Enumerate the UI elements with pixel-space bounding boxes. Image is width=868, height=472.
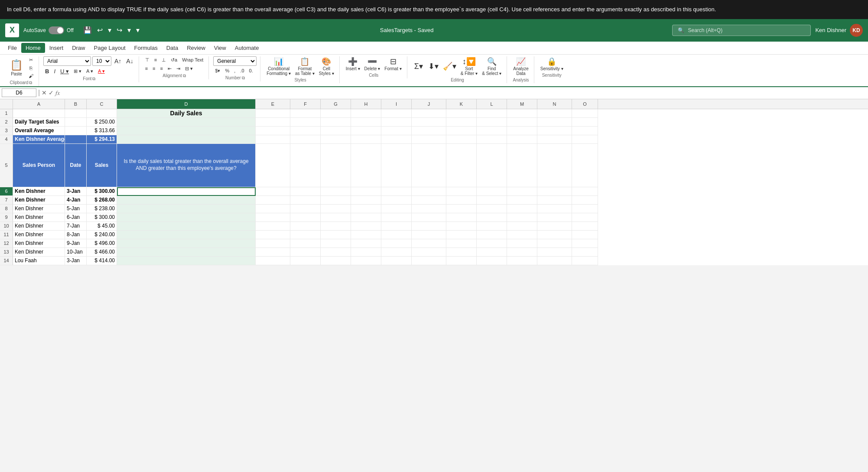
cell-k12[interactable] xyxy=(446,239,477,248)
menu-home[interactable]: Home xyxy=(21,43,45,53)
cell-a13[interactable]: Ken Dishner xyxy=(13,248,65,257)
sum-button[interactable]: Σ▾ xyxy=(412,61,426,72)
cell-n10[interactable] xyxy=(537,222,572,231)
redo-button[interactable]: ↪ xyxy=(115,25,124,35)
cell-j2[interactable] xyxy=(412,118,446,127)
cell-o4[interactable] xyxy=(572,135,598,144)
save-button[interactable]: 💾 xyxy=(81,25,94,35)
cell-h12[interactable] xyxy=(351,239,381,248)
cell-j12[interactable] xyxy=(412,239,446,248)
cell-l7[interactable] xyxy=(477,196,507,205)
bold-button[interactable]: B xyxy=(43,67,51,75)
cell-a11[interactable]: Ken Dishner xyxy=(13,231,65,239)
cell-b11[interactable]: 8-Jan xyxy=(65,231,87,239)
cell-e12[interactable] xyxy=(256,239,290,248)
menu-review[interactable]: Review xyxy=(182,43,210,53)
cell-g14[interactable] xyxy=(321,257,351,265)
cell-e14[interactable] xyxy=(256,257,290,265)
cell-o2[interactable] xyxy=(572,118,598,127)
cell-k3[interactable] xyxy=(446,127,477,135)
copy-button[interactable]: ⎘ xyxy=(27,65,35,72)
cell-g12[interactable] xyxy=(321,239,351,248)
cell-g1[interactable] xyxy=(321,109,351,118)
cell-a1[interactable] xyxy=(13,109,65,118)
cell-c14[interactable]: $ 414.00 xyxy=(87,257,117,265)
autosave-toggle[interactable] xyxy=(49,26,64,34)
cell-d8[interactable] xyxy=(117,205,256,213)
cell-l9[interactable] xyxy=(477,213,507,222)
cell-j8[interactable] xyxy=(412,205,446,213)
cell-i12[interactable] xyxy=(381,239,412,248)
cell-c12[interactable]: $ 496.00 xyxy=(87,239,117,248)
fill-button[interactable]: ⬇▾ xyxy=(426,61,440,72)
cell-f1[interactable] xyxy=(290,109,321,118)
cell-reference-input[interactable] xyxy=(2,88,36,97)
decrease-decimal-button[interactable]: 0. xyxy=(247,67,255,74)
cell-o9[interactable] xyxy=(572,213,598,222)
cell-g11[interactable] xyxy=(321,231,351,239)
cell-n11[interactable] xyxy=(537,231,572,239)
cell-g13[interactable] xyxy=(321,248,351,257)
cell-i7[interactable] xyxy=(381,196,412,205)
cell-i1[interactable] xyxy=(381,109,412,118)
col-header-h[interactable]: H xyxy=(351,99,381,109)
cell-g3[interactable] xyxy=(321,127,351,135)
confirm-formula-button[interactable]: ✓ xyxy=(49,89,54,97)
find-select-button[interactable]: 🔍 Find& Select ▾ xyxy=(480,56,503,77)
cell-h9[interactable] xyxy=(351,213,381,222)
cell-i4[interactable] xyxy=(381,135,412,144)
cell-o7[interactable] xyxy=(572,196,598,205)
cell-j4[interactable] xyxy=(412,135,446,144)
cell-j5[interactable] xyxy=(412,144,446,187)
cell-k4[interactable] xyxy=(446,135,477,144)
cell-o14[interactable] xyxy=(572,257,598,265)
menu-insert[interactable]: Insert xyxy=(45,43,68,53)
cell-h6[interactable] xyxy=(351,187,381,196)
cell-k11[interactable] xyxy=(446,231,477,239)
insert-function-button[interactable]: 𝑓𝑥 xyxy=(55,89,60,97)
col-header-a[interactable]: A xyxy=(13,99,65,109)
format-as-table-button[interactable]: 📋 Formatas Table ▾ xyxy=(293,56,316,77)
cell-m3[interactable] xyxy=(507,127,537,135)
undo-button[interactable]: ↩ xyxy=(95,25,104,35)
cell-f14[interactable] xyxy=(290,257,321,265)
menu-file[interactable]: File xyxy=(3,43,21,53)
fill-color-button[interactable]: A ▾ xyxy=(85,68,95,75)
cell-f8[interactable] xyxy=(290,205,321,213)
cell-n14[interactable] xyxy=(537,257,572,265)
cell-f5[interactable] xyxy=(290,144,321,187)
cell-g5[interactable] xyxy=(321,144,351,187)
cell-g4[interactable] xyxy=(321,135,351,144)
cell-c8[interactable]: $ 238.00 xyxy=(87,205,117,213)
cell-m10[interactable] xyxy=(507,222,537,231)
cell-k5[interactable] xyxy=(446,144,477,187)
cell-e13[interactable] xyxy=(256,248,290,257)
number-format-select[interactable]: General xyxy=(213,56,257,66)
cell-d5[interactable]: Is the daily sales total greater than th… xyxy=(117,144,256,187)
cell-o12[interactable] xyxy=(572,239,598,248)
cell-j9[interactable] xyxy=(412,213,446,222)
cell-f4[interactable] xyxy=(290,135,321,144)
cell-f10[interactable] xyxy=(290,222,321,231)
menu-data[interactable]: Data xyxy=(162,43,182,53)
align-bottom-button[interactable]: ⊥ xyxy=(160,56,168,64)
col-header-g[interactable]: G xyxy=(321,99,351,109)
cell-j3[interactable] xyxy=(412,127,446,135)
cell-m7[interactable] xyxy=(507,196,537,205)
cell-d6[interactable] xyxy=(117,187,256,196)
col-header-k[interactable]: K xyxy=(446,99,477,109)
cell-l11[interactable] xyxy=(477,231,507,239)
align-center-button[interactable]: ≡ xyxy=(151,65,157,72)
cell-k14[interactable] xyxy=(446,257,477,265)
cell-h1[interactable] xyxy=(351,109,381,118)
cell-o3[interactable] xyxy=(572,127,598,135)
cell-n6[interactable] xyxy=(537,187,572,196)
menu-automate[interactable]: Automate xyxy=(231,43,263,53)
cell-e8[interactable] xyxy=(256,205,290,213)
cell-i13[interactable] xyxy=(381,248,412,257)
font-color-button[interactable]: A ▾ xyxy=(96,68,107,75)
cell-b6[interactable]: 3-Jan xyxy=(65,187,87,196)
cell-e4[interactable] xyxy=(256,135,290,144)
cell-a8[interactable]: Ken Dishner xyxy=(13,205,65,213)
cell-l3[interactable] xyxy=(477,127,507,135)
